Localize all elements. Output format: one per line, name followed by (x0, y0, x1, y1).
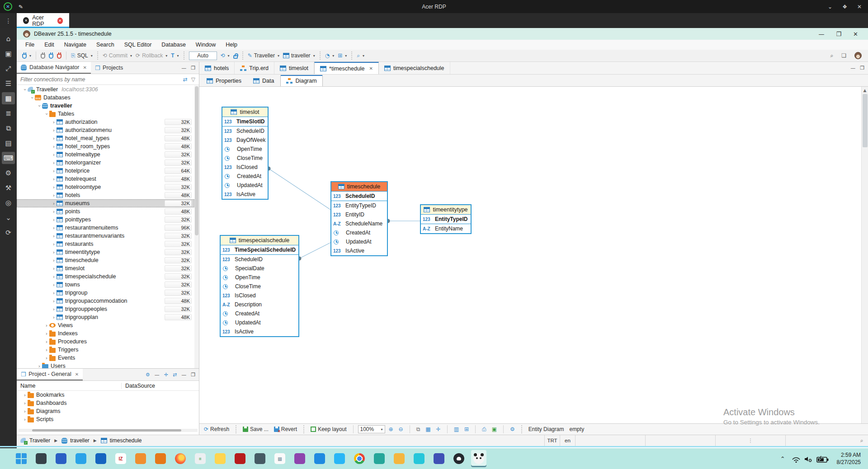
commit-button[interactable]: ⟲Commit▾ (101, 52, 134, 60)
minimize-panel-icon[interactable]: — (181, 65, 186, 71)
chevron-right-icon[interactable]: › (51, 176, 57, 182)
chevron-right-icon[interactable]: › (51, 290, 57, 296)
close-tab-icon[interactable]: ✕ (75, 372, 79, 377)
chevron-right-icon[interactable]: › (22, 392, 28, 398)
chevron-right-icon[interactable]: › (51, 314, 57, 320)
chevron-right-icon[interactable]: › (51, 217, 57, 223)
taskbar-vlc-icon[interactable] (153, 450, 168, 467)
taskbar-document-app-icon[interactable]: ▤ (272, 450, 288, 467)
minimize-panel-icon[interactable]: — (181, 372, 186, 378)
nav-table-hotel_room_types[interactable]: ›hotel_room_types48K (17, 142, 194, 150)
chevron-right-icon[interactable]: › (44, 355, 49, 361)
tabstrip-menu-icon[interactable]: ⋮ (0, 13, 17, 28)
tab-database-navigator[interactable]: Database Navigator ✕ (17, 62, 91, 74)
column-EntityTypeID[interactable]: 123EntityTypeID (331, 201, 387, 210)
nav-table-tripgroupaccommodation[interactable]: ›tripgroupaccommodation48K (17, 297, 194, 305)
minimize-icon[interactable]: — (818, 31, 824, 38)
transaction-filter-button[interactable]: T▾ (169, 52, 180, 60)
column-name[interactable]: Name (17, 383, 122, 389)
entity-header[interactable]: timeschedule (331, 182, 387, 192)
nav-table-hotelroomtype[interactable]: ›hotelroomtype32K (17, 183, 194, 191)
chevron-right-icon[interactable]: › (51, 144, 57, 150)
breadcrumb-connection[interactable]: Traveller (29, 437, 50, 444)
taskbar-panda-app-icon[interactable] (471, 450, 486, 467)
disconnect-button[interactable] (55, 52, 63, 60)
entity-timespecialschedule[interactable]: timespecialschedule123TimeSpecialSchedul… (220, 235, 299, 337)
taskbar-file-explorer-icon[interactable] (33, 450, 49, 467)
chevron-right-icon[interactable]: › (51, 136, 57, 141)
chevron-right-icon[interactable]: › (51, 152, 57, 158)
notation-button[interactable]: ⊞ (462, 425, 471, 433)
reconnect-button[interactable] (47, 52, 55, 60)
nav-table-tripgrouppeoples[interactable]: ›tripgrouppeoples32K (17, 305, 194, 313)
status-cell-menu[interactable]: ⋮ (715, 435, 785, 446)
taskbar-teams-icon[interactable] (53, 450, 69, 467)
column-CreatedAt[interactable]: CreatedAt (221, 309, 298, 318)
taskbar-github-icon[interactable] (451, 450, 467, 467)
column-CloseTime[interactable]: CloseTime (222, 154, 268, 163)
nav-table-authorization[interactable]: ›authorization32K (17, 118, 194, 126)
show-attributes-button[interactable]: ▥ (452, 425, 461, 433)
taskbar-blue-app-icon[interactable] (332, 450, 347, 467)
project-item-bookmarks[interactable]: ›Bookmarks (17, 391, 199, 399)
nav-table-restaurantmenuvariants[interactable]: ›restaurantmenuvariants32K (17, 232, 194, 240)
chevron-right-icon[interactable]: › (51, 160, 57, 166)
zoom-out-button[interactable]: ⊖ (397, 425, 405, 433)
taskbar-indigo-app-icon[interactable] (431, 450, 447, 467)
chevron-right-icon[interactable]: › (22, 408, 28, 414)
project-item-dashboards[interactable]: ›Dashboards (17, 399, 199, 407)
taskbar-firefox-icon[interactable] (173, 450, 188, 467)
menu-sql-editor[interactable]: SQL Editor (120, 41, 156, 49)
taskbar-phone-link-icon[interactable] (372, 450, 387, 467)
window-list-icon[interactable]: ▤ (2, 137, 15, 149)
nav-table-hotelorganizer[interactable]: ›hotelorganizer32K (17, 159, 194, 167)
minimize-editor-icon[interactable]: — (850, 65, 855, 71)
nav-table-timespecialschedule[interactable]: ›timespecialschedule32K (17, 272, 194, 281)
column-IsActive[interactable]: 123IsActive (331, 246, 387, 255)
close-tab-icon[interactable]: ✕ (369, 66, 373, 71)
column-Description[interactable]: A-ZDescription (221, 300, 298, 309)
nav-table-authorizationmenu[interactable]: ›authorizationmenu32K (17, 126, 194, 134)
chevron-right-icon[interactable]: › (44, 347, 49, 353)
column-datasource[interactable]: DataSource (122, 383, 155, 389)
refresh-icon[interactable]: ⇄ (173, 372, 177, 378)
connect-button[interactable] (39, 52, 47, 60)
sql-editor-button[interactable]: ⎘SQL▾ (69, 52, 94, 60)
column-ScheduleID[interactable]: 123ScheduleID (222, 127, 268, 136)
chevron-right-icon[interactable]: › (51, 168, 57, 174)
new-session-icon[interactable]: ▣ (2, 47, 15, 60)
menu-database[interactable]: Database (157, 41, 190, 49)
filter-funnel-icon[interactable]: ▽ (191, 76, 195, 83)
diagram-canvas[interactable]: timeslot123TimeSlotID123ScheduleID123Day… (199, 87, 868, 423)
tree-database-traveller[interactable]: › traveller (17, 102, 194, 110)
chevron-right-icon[interactable]: › (51, 209, 57, 215)
tray-status-icons[interactable] (792, 454, 830, 463)
transaction-history-button[interactable]: ⟲▾ (219, 52, 231, 60)
nav-table-timeschedule[interactable]: ›timeschedule32K (17, 256, 194, 264)
language-indicator[interactable]: en (560, 435, 575, 446)
nav-table-museums[interactable]: ›museums32K (17, 199, 194, 207)
tree-folder-indexes[interactable]: ›Indexes (17, 329, 194, 338)
nav-table-tripgroup[interactable]: ›tripgroup32K (17, 289, 194, 297)
panels-icon[interactable]: ⧉ (2, 122, 15, 134)
column-IsActive[interactable]: 123IsActive (221, 327, 298, 336)
menu-help[interactable]: Help (222, 41, 241, 49)
column-ScheduleName[interactable]: A-ZScheduleName (331, 219, 387, 228)
performance-button[interactable]: ◔▾ (323, 52, 336, 60)
nav-table-towns[interactable]: ›towns32K (17, 281, 194, 289)
zoom-in-button[interactable]: ⊕ (387, 425, 395, 433)
tab-hotels[interactable]: hotels (199, 62, 235, 74)
new-connection-button[interactable]: ▾ (20, 52, 33, 60)
column-IsClosed[interactable]: 123IsClosed (222, 163, 268, 172)
scale-display-icon[interactable]: ▦ (2, 92, 15, 104)
tree-users[interactable]: › Users (17, 362, 194, 368)
breadcrumb-table[interactable]: timeschedule (110, 437, 142, 444)
maximize-editor-icon[interactable]: ❐ (860, 65, 864, 71)
column-UpdatedAt[interactable]: UpdatedAt (221, 318, 298, 327)
restore-icon[interactable]: ❐ (836, 31, 841, 38)
fit-button[interactable]: ✛ (434, 425, 443, 433)
tab-trip-erd[interactable]: Trip.erd (235, 62, 274, 74)
taskbar-vscode-icon[interactable] (312, 450, 327, 467)
taskbar-iz-app-icon[interactable]: IZ (113, 450, 128, 467)
menu-navigate[interactable]: Navigate (60, 41, 90, 49)
